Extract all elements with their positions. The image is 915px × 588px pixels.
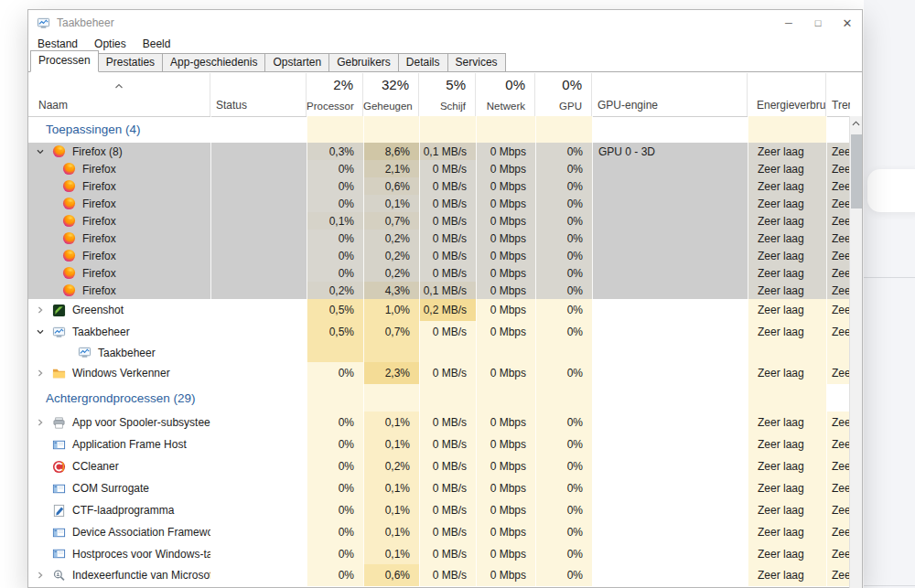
column-header-processor[interactable]: 2% Processor xyxy=(307,73,363,116)
group-header-row[interactable]: Achtergrondprocessen (29) xyxy=(28,384,850,412)
minimize-button[interactable]: ─ xyxy=(774,10,803,36)
process-label: Taakbeheer xyxy=(98,347,156,359)
tab-details[interactable]: Details xyxy=(398,53,448,71)
chevron-right-icon[interactable] xyxy=(36,417,48,428)
process-row[interactable]: Application Frame Host0%0,1%0 MB/s0 Mbps… xyxy=(28,433,850,455)
cell-mem: 2,1% xyxy=(363,160,419,177)
cell-mem: 0,2% xyxy=(363,247,419,264)
process-row[interactable]: Firefox0,2%4,3%0,1 MB/s0 Mbps0%Zeer laag… xyxy=(28,282,850,299)
process-row[interactable]: COM Surrogate0%0,1%0 MB/s0 Mbps0%Zeer la… xyxy=(28,477,850,499)
process-row[interactable]: Indexeerfunctie van Microsoft ...0%0,6%0… xyxy=(28,564,850,586)
column-header-trend[interactable]: Trend in xyxy=(826,73,850,116)
process-row[interactable]: Taakbeheer xyxy=(28,343,850,362)
tab-processen[interactable]: Processen xyxy=(30,50,99,72)
scrollbar-thumb[interactable] xyxy=(851,134,862,208)
process-row[interactable]: Taakbeheer0,5%0,7%0 MB/s0 Mbps0%Zeer laa… xyxy=(28,321,850,343)
chevron-down-icon[interactable] xyxy=(36,146,48,157)
process-row[interactable]: Firefox0,1%0,7%0 MB/s0 Mbps0%Zeer laagZe… xyxy=(28,212,850,230)
cell-trend: Zeer laag xyxy=(826,264,850,282)
cell-mem: 0,1% xyxy=(363,499,419,521)
cell-engine xyxy=(592,195,748,212)
cell-net: 0 Mbps xyxy=(476,247,535,264)
tab-gebruikers[interactable]: Gebruikers xyxy=(328,53,399,71)
column-header-status[interactable]: Status xyxy=(210,73,307,116)
cell-disk: 0 MB/s xyxy=(419,412,476,433)
group-header-row[interactable]: Toepassingen (4) xyxy=(28,116,850,143)
scrollbar-up-icon[interactable] xyxy=(850,116,862,130)
vertical-scrollbar[interactable] xyxy=(849,116,862,588)
process-row[interactable]: Firefox0%0,2%0 MB/s0 Mbps0%Zeer laagZeer… xyxy=(28,247,850,264)
process-row[interactable]: Firefox0%0,2%0 MB/s0 Mbps0%Zeer laagZeer… xyxy=(28,264,850,282)
cell-disk: 0 MB/s xyxy=(419,362,476,384)
cell-status xyxy=(210,521,307,543)
process-row[interactable]: Firefox0%0,6%0 MB/s0 Mbps0%Zeer laagZeer… xyxy=(28,177,850,195)
close-button[interactable]: ✕ xyxy=(833,10,862,36)
tab-strip: Processen Prestaties App-geschiedenis Op… xyxy=(28,52,862,72)
cell-net: 0 Mbps xyxy=(476,499,535,521)
cell-energy: Zeer laag xyxy=(748,160,826,177)
maximize-button[interactable]: □ xyxy=(803,10,833,36)
firefox-icon xyxy=(52,144,66,158)
cell-cpu: 0% xyxy=(307,195,363,212)
process-label: Firefox xyxy=(82,284,116,297)
menu-beeld[interactable]: Beeld xyxy=(135,37,179,50)
cell-engine xyxy=(592,116,748,143)
process-name-cell: Indexeerfunctie van Microsoft ... xyxy=(28,564,210,586)
cell-gpu: 0% xyxy=(535,282,592,299)
process-row[interactable]: Device Association Framework ...0%0,1%0 … xyxy=(28,521,850,543)
column-header-energieverbruik[interactable]: Energieverbruik xyxy=(748,73,826,116)
tab-app-geschiedenis[interactable]: App-geschiedenis xyxy=(162,53,265,71)
chevron-right-icon[interactable] xyxy=(36,305,48,315)
menu-bestand[interactable]: Bestand xyxy=(28,37,86,50)
menu-opties[interactable]: Opties xyxy=(86,37,135,50)
cell-status xyxy=(210,321,307,343)
process-row[interactable]: Firefox0%0,1%0 MB/s0 Mbps0%Zeer laagZeer… xyxy=(28,195,850,212)
tab-prestaties[interactable]: Prestaties xyxy=(98,53,163,71)
tab-services[interactable]: Services xyxy=(447,53,506,71)
process-row[interactable]: Firefox (8)0,3%8,6%0,1 MB/s0 Mbps0%GPU 0… xyxy=(28,143,850,160)
process-row[interactable]: Hostproces voor Windows-taken0%0,1%0 MB/… xyxy=(28,543,850,564)
column-header-netwerk[interactable]: 0% Netwerk xyxy=(476,73,535,116)
process-row[interactable]: App voor Spooler-subsysteem0%0,1%0 MB/s0… xyxy=(28,412,850,433)
cell-disk: 0 MB/s xyxy=(419,160,476,177)
cell-status xyxy=(210,455,307,477)
chevron-right-icon[interactable] xyxy=(36,368,48,379)
column-header-schijf[interactable]: 5% Schijf xyxy=(419,73,476,116)
cell-trend: Zeer laag xyxy=(826,282,850,299)
cell-disk: 0 MB/s xyxy=(419,433,476,455)
cell-cpu: 0,1% xyxy=(307,212,363,230)
cell-disk: 0,2 MB/s xyxy=(419,299,476,321)
process-name-cell: Application Frame Host xyxy=(28,433,210,455)
cell-net: 0 Mbps xyxy=(476,543,535,564)
process-row[interactable]: CTF-laadprogramma0%0,1%0 MB/s0 Mbps0%Zee… xyxy=(28,499,850,521)
process-name-cell: Firefox xyxy=(28,177,210,195)
title-bar: Taakbeheer ─ □ ✕ xyxy=(28,10,862,36)
cell-energy: Zeer laag xyxy=(748,477,826,499)
column-header-geheugen[interactable]: 32% Geheugen xyxy=(363,73,419,116)
cell-trend: Zeer laag xyxy=(826,412,850,433)
chevron-spacer xyxy=(36,483,48,494)
cell-energy: Zeer laag xyxy=(748,212,826,230)
tab-opstarten[interactable]: Opstarten xyxy=(264,53,329,71)
cell-status xyxy=(210,116,307,143)
process-row[interactable]: Firefox0%2,1%0 MB/s0 Mbps0%Zeer laagZeer… xyxy=(28,160,850,177)
process-row[interactable]: Greenshot0,5%1,0%0,2 MB/s0 Mbps0%Zeer la… xyxy=(28,299,850,321)
column-header-gpu[interactable]: 0% GPU xyxy=(535,73,592,116)
cell-energy: Zeer laag xyxy=(748,299,826,321)
cell-energy xyxy=(748,343,826,362)
process-row[interactable]: Firefox0%0,2%0 MB/s0 Mbps0%Zeer laagZeer… xyxy=(28,230,850,247)
cell-gpu: 0% xyxy=(535,177,592,195)
column-header-gpu-engine[interactable]: GPU-engine xyxy=(592,73,748,116)
background-divider xyxy=(864,585,915,586)
process-row[interactable]: CCleaner0%0,2%0 MB/s0 Mbps0%Zeer laagZee… xyxy=(28,455,850,477)
column-header-naam[interactable]: Naam xyxy=(28,73,210,116)
chevron-right-icon[interactable] xyxy=(36,570,48,581)
process-name-cell: Taakbeheer xyxy=(28,343,210,362)
cell-energy: Zeer laag xyxy=(748,564,826,586)
process-label: Taakbeheer xyxy=(72,326,130,338)
cell-mem xyxy=(363,116,419,143)
chevron-down-icon[interactable] xyxy=(36,326,48,337)
cell-engine xyxy=(592,177,748,195)
cell-energy: Zeer laag xyxy=(748,521,826,543)
process-row[interactable]: Windows Verkenner0%2,3%0 MB/s0 Mbps0%Zee… xyxy=(28,362,850,384)
